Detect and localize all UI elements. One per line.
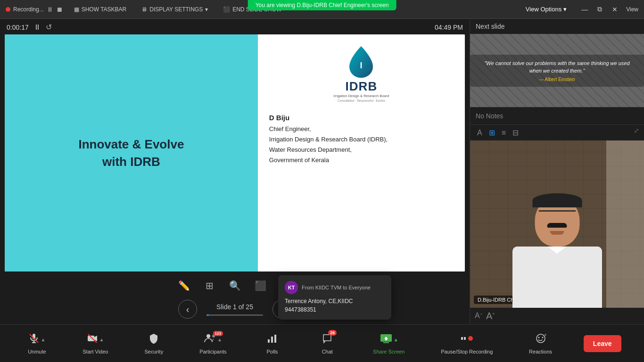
presenter-title: Chief Engineer, [269, 124, 454, 134]
video-panel: D.Biju-IDRB Chief Engineer [470, 140, 644, 308]
view-mode-buttons: A ⊞ ≡ ⊟ ⤢ [470, 124, 644, 140]
participants-count: 123 [213, 331, 223, 336]
unmute-button[interactable]: ▲ Unmute [23, 330, 51, 357]
polls-label: Polls [267, 349, 278, 354]
idrb-logo-sub: Irrigation Design & Research Board [333, 94, 389, 98]
share-screen-icon [380, 333, 393, 347]
pen-tool-button[interactable]: ✏️ [175, 277, 192, 294]
chat-avatar: KT [285, 281, 298, 294]
recording-badge: Recording... ⏸ ⏹ [6, 6, 63, 13]
svg-text:I: I [360, 61, 363, 70]
reactions-button[interactable]: + Reactions [524, 330, 557, 357]
no-notes-label: No Notes [470, 107, 644, 124]
next-slide-header: Next slide [470, 19, 644, 34]
idrb-logo-text: IDRB [346, 79, 378, 94]
presenter-govt: Government of Kerala [269, 155, 454, 165]
svg-rect-15 [383, 342, 389, 343]
close-button[interactable]: ✕ [609, 4, 620, 15]
einstein-author: — Albert Einstein [478, 77, 636, 82]
view-options-button[interactable]: View Options ▾ [521, 4, 571, 15]
list-view-button[interactable]: ≡ [499, 127, 508, 139]
microphone-icon [28, 333, 40, 347]
share-screen-button[interactable]: ▲ Share Screen [368, 330, 409, 357]
security-button[interactable]: Security [140, 330, 168, 357]
svg-rect-11 [274, 335, 276, 343]
reactions-label: Reactions [529, 349, 552, 354]
polls-button[interactable]: Polls [258, 330, 286, 357]
svg-rect-10 [271, 337, 273, 343]
slide-container: Innovate & Evolvewith IDRB [5, 34, 465, 272]
slide-right-panel: I IDRB Irrigation Design & Research Boar… [258, 34, 465, 272]
security-label: Security [144, 349, 163, 354]
participants-expand-icon[interactable]: ▲ [217, 337, 222, 342]
next-slide-thumbnail: "We cannot solve our problems with the s… [470, 34, 644, 107]
window-controls: — ⧉ ✕ View [579, 4, 638, 15]
chevron-down-icon: ▾ [205, 6, 208, 13]
svg-point-16 [468, 336, 473, 341]
presenter-dept: Water Resources Department, [269, 145, 454, 155]
svg-text:+: + [544, 333, 547, 337]
slide-clock: 04:49 PM [435, 24, 463, 31]
participants-button[interactable]: 123 ▲ Participants [195, 330, 231, 357]
chat-label: Chat [322, 349, 333, 354]
share-screen-expand-icon[interactable]: ▲ [394, 337, 398, 342]
chat-popup: KT From KIIDC TVM to Everyone Terrence A… [278, 275, 391, 320]
video-label: Start Video [83, 349, 108, 354]
layout-button[interactable]: ⊞ [201, 277, 218, 294]
unmute-expand-icon[interactable]: ▲ [41, 337, 45, 342]
slide-content: Innovate & Evolvewith IDRB [5, 34, 465, 272]
show-taskbar-button[interactable]: ▦ SHOW TASKBAR [70, 4, 131, 15]
unmute-label: Unmute [28, 349, 46, 354]
font-increase-button[interactable]: A+ [486, 311, 495, 321]
chat-button[interactable]: 26 Chat [313, 330, 341, 357]
grid-view-button[interactable]: ⊞ [487, 127, 497, 139]
stop-recording-icon[interactable]: ⏹ [56, 6, 63, 13]
person-hair [532, 193, 582, 207]
font-size-controls: A− A+ [470, 308, 644, 324]
tile-view-button[interactable]: ⊟ [510, 127, 521, 139]
pause-stop-recording-button[interactable]: Pause/Stop Recording [436, 330, 497, 357]
expand-icon[interactable]: ⤢ [634, 127, 639, 139]
slide-progress-fill [206, 314, 209, 316]
display-settings-button[interactable]: 🖥 DISPLAY SETTINGS ▾ [138, 4, 212, 15]
person-container [496, 204, 619, 308]
svg-rect-18 [464, 337, 466, 340]
reset-timer-button[interactable]: ↺ [46, 23, 52, 32]
svg-rect-14 [385, 338, 387, 340]
leave-button[interactable]: Leave [584, 335, 621, 352]
svg-rect-9 [268, 339, 270, 343]
pause-recording-icon[interactable]: ⏸ [47, 6, 53, 13]
text-view-button[interactable]: A [475, 127, 485, 139]
einstein-quote-box: "We cannot solve our problems with the s… [470, 55, 644, 87]
restore-button[interactable]: ⧉ [594, 4, 605, 15]
chat-icon: 26 [322, 333, 333, 347]
slide-left-panel: Innovate & Evolvewith IDRB [5, 34, 258, 272]
slide-toolbar: ✏️ ⊞ 🔍 ⬛ ⋯ [5, 273, 465, 298]
slide-nav: ‹ Slide 1 of 25 › [5, 298, 465, 321]
participants-label: Participants [199, 349, 226, 354]
polls-icon [266, 333, 278, 347]
minimize-button[interactable]: — [579, 4, 590, 15]
video-camera-icon [87, 333, 98, 347]
chat-popup-header: KT From KIIDC TVM to Everyone [285, 281, 385, 294]
person-face [535, 197, 579, 247]
share-screen-label: Share Screen [373, 349, 405, 354]
search-button[interactable]: 🔍 [226, 277, 243, 294]
start-video-button[interactable]: ▲ Start Video [78, 330, 113, 357]
right-panel: Next slide "We cannot solve our problems… [470, 19, 644, 324]
svg-point-7 [206, 334, 210, 338]
video-expand-icon[interactable]: ▲ [99, 337, 104, 342]
chat-message-text: Terrence Antony, CE,KIIDC9447388351 [285, 297, 385, 314]
viewing-banner: You are viewing D.Biju-IDRB Chief Engine… [248, 0, 396, 10]
slide-timer: 0:00:17 ⏸ ↺ [7, 23, 52, 32]
recording-dot [6, 7, 10, 12]
view-label: View [626, 6, 638, 13]
font-decrease-button[interactable]: A− [475, 312, 482, 320]
prev-slide-button[interactable]: ‹ [178, 300, 197, 319]
pause-timer-button[interactable]: ⏸ [33, 23, 41, 32]
svg-point-20 [538, 337, 539, 338]
slide-main-text: Innovate & Evolvewith IDRB [69, 126, 193, 180]
screen-share-button[interactable]: ⬛ [252, 277, 269, 294]
display-icon: 🖥 [141, 6, 147, 13]
einstein-quote-text: "We cannot solve our problems with the s… [478, 59, 636, 75]
